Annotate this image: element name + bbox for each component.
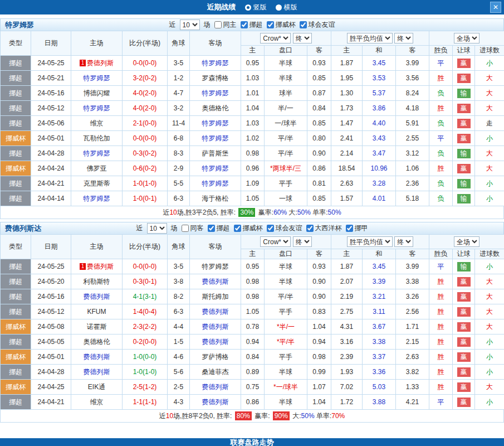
- away-team-link[interactable]: 海于格松: [202, 195, 229, 202]
- home-team-link[interactable]: 特罗姆瑟: [84, 195, 110, 202]
- home-team-link[interactable]: 奥德格伦: [84, 338, 110, 346]
- filter-checkbox[interactable]: 挪甲: [346, 224, 368, 233]
- home-team-link[interactable]: 特罗姆瑟: [84, 104, 110, 112]
- radio-vertical-label: 竖版: [253, 3, 267, 12]
- away-team-link[interactable]: 奥德格伦: [202, 104, 229, 112]
- home-team-link[interactable]: 费德列斯: [84, 353, 110, 361]
- match-count-select[interactable]: 10: [147, 223, 167, 234]
- eu-company-select[interactable]: 胜平负均值: [347, 33, 393, 43]
- radio-horizontal[interactable]: 横版: [276, 3, 297, 12]
- away-team-link[interactable]: 费德列斯: [202, 323, 229, 331]
- league-cell: 挪超: [1, 365, 31, 380]
- handicap-result-badge: 赢: [457, 322, 471, 332]
- checkbox-input[interactable]: [267, 21, 274, 28]
- checkbox-label: 同主: [223, 20, 237, 30]
- away-team-link[interactable]: 费德列斯: [202, 278, 229, 285]
- filter-checkbox[interactable]: 同主: [214, 20, 237, 30]
- handicap-cell: 平/半: [265, 131, 307, 146]
- checkbox-input[interactable]: [182, 225, 189, 232]
- league-cell: 挪超: [1, 56, 31, 71]
- checkbox-label: 大西洋杯: [315, 224, 342, 233]
- away-team-link[interactable]: 罗萨博格: [202, 353, 229, 361]
- ah-company-select[interactable]: Crow*: [260, 236, 291, 247]
- ah-state-select[interactable]: 终: [293, 236, 312, 247]
- eu-state-select[interactable]: 终: [394, 33, 413, 43]
- away-team-link[interactable]: 特罗姆瑟: [202, 164, 229, 172]
- home-team-link[interactable]: 费德列斯: [84, 368, 110, 376]
- odds-draw-cell: 3.45: [363, 259, 396, 274]
- home-team-link[interactable]: 佛罗亚: [87, 164, 107, 172]
- away-team-link[interactable]: 特罗姆瑟: [202, 134, 229, 142]
- checkbox-input[interactable]: [300, 21, 307, 28]
- scope-select[interactable]: 全场: [454, 33, 479, 43]
- eu-company-select[interactable]: 胜平负均值: [347, 236, 393, 247]
- away-team-link[interactable]: 罗森博格: [202, 74, 229, 82]
- radio-selected-icon: [245, 4, 251, 11]
- home-team-link[interactable]: 博德闪耀: [84, 89, 110, 97]
- away-team-link[interactable]: 萨普斯堡: [202, 149, 229, 157]
- away-team-link[interactable]: 特罗姆瑟: [202, 119, 229, 127]
- home-team-link[interactable]: 瓦勒伦加: [84, 134, 110, 142]
- checkbox-input[interactable]: [214, 21, 222, 28]
- home-team-link[interactable]: 费德列斯: [84, 293, 110, 300]
- handicap-result-badge: 赢: [457, 74, 471, 83]
- away-team-link[interactable]: 特罗姆瑟: [202, 59, 229, 67]
- ah-company-select[interactable]: Crow*: [260, 33, 291, 43]
- home-team-link[interactable]: 维京: [90, 398, 104, 406]
- away-team-link[interactable]: 桑迪菲杰: [202, 368, 229, 376]
- home-team-link[interactable]: 诺霍斯: [87, 323, 107, 331]
- result-cell: 胜: [429, 365, 453, 380]
- subcol-odds-home: 主: [331, 46, 363, 56]
- checkbox-input[interactable]: [241, 21, 248, 28]
- away-team-link[interactable]: 特罗姆瑟: [202, 263, 229, 270]
- home-team-link[interactable]: 特罗姆瑟: [84, 149, 110, 157]
- ah-home-odds-cell: 0.95: [241, 56, 265, 71]
- goals-cell: 大: [475, 274, 504, 289]
- home-team-link[interactable]: KFUM: [87, 308, 106, 316]
- match-row: 挪超24-04-21维京1-1(1-1)4-3费德列斯0.86半球1.041.7…: [1, 395, 504, 410]
- away-team-link[interactable]: 特罗姆瑟: [202, 89, 229, 97]
- home-team-link[interactable]: 1费德列斯: [80, 263, 114, 270]
- filter-checkbox[interactable]: 同客: [182, 224, 204, 233]
- away-team-link[interactable]: 费德列斯: [202, 383, 229, 391]
- away-team-cell: 桑迪菲杰: [190, 365, 241, 380]
- home-team-link[interactable]: 特罗姆瑟: [84, 74, 110, 82]
- match-row: 挪威杯24-04-24佛罗亚0-6(0-2)2-9特罗姆瑟0.96*两球半/三0…: [1, 161, 504, 176]
- checkbox-input[interactable]: [306, 225, 314, 232]
- eu-state-select[interactable]: 终: [394, 236, 413, 247]
- away-team-link[interactable]: 费德列斯: [202, 398, 229, 406]
- ah-home-odds-cell: 0.84: [241, 350, 265, 365]
- filter-checkbox[interactable]: 挪威杯: [234, 224, 263, 233]
- filter-checkbox[interactable]: 挪超: [241, 20, 263, 30]
- away-team-link[interactable]: 斯托姆加: [202, 293, 229, 300]
- away-team-link[interactable]: 特罗姆瑟: [202, 180, 229, 187]
- checkbox-input[interactable]: [208, 225, 215, 232]
- scope-select[interactable]: 全场: [454, 236, 479, 247]
- date-cell: 24-05-21: [31, 71, 71, 86]
- away-team-link[interactable]: 费德列斯: [202, 338, 229, 346]
- checkbox-input[interactable]: [267, 225, 274, 232]
- result-cell: 胜: [429, 101, 453, 116]
- summary-segment: 大:: [287, 209, 297, 216]
- checkbox-label: 球会友谊: [309, 20, 335, 30]
- filter-checkbox[interactable]: 挪超: [208, 224, 230, 233]
- filter-checkbox[interactable]: 挪威杯: [267, 20, 296, 30]
- filter-checkbox[interactable]: 球会友谊: [300, 20, 335, 30]
- match-count-select[interactable]: 10: [180, 20, 200, 30]
- filter-checkbox[interactable]: 大西洋杯: [306, 224, 342, 233]
- home-team-link[interactable]: 1费德列斯: [80, 59, 114, 67]
- away-team-cell: 特罗姆瑟: [190, 86, 241, 101]
- home-team-link[interactable]: EIK通: [88, 383, 105, 391]
- filter-checkbox[interactable]: 球会友谊: [267, 224, 302, 233]
- ah-state-select[interactable]: 终: [293, 33, 312, 43]
- handicap-cell: *平/半: [265, 334, 307, 350]
- radio-vertical[interactable]: 竖版: [245, 3, 267, 12]
- away-team-link[interactable]: 费德列斯: [202, 308, 229, 316]
- checkbox-input[interactable]: [234, 225, 241, 232]
- home-team-link[interactable]: 维京: [90, 119, 104, 127]
- close-button[interactable]: ✕: [490, 2, 501, 13]
- home-team-link[interactable]: 克里斯蒂: [84, 180, 110, 187]
- home-team-link[interactable]: 利勒斯特: [84, 278, 110, 285]
- ah-home-odds-cell: 1.03: [241, 71, 265, 86]
- checkbox-input[interactable]: [346, 225, 353, 232]
